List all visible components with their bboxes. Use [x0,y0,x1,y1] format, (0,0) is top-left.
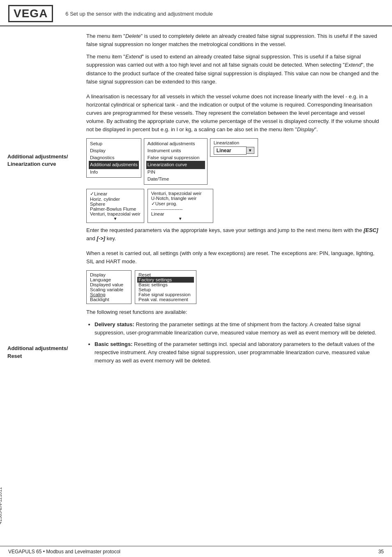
page-footer: VEGAPULS 65 • Modbus and Levelmaster pro… [0,546,392,557]
lin-item-venturi: Venturi, trapezoidal weir [90,211,141,216]
menu-box-left: Setup Display Diagnostics Additional adj… [86,138,141,178]
menu-item-display: Display [90,147,138,154]
reset-peak: Peak val. measurement [138,297,193,302]
extend-italic1: Extend [125,53,142,60]
sub-linear: Linear [151,211,210,216]
display-italic: Display [297,126,315,132]
reset-setup: Setup [138,287,193,292]
reset-left-menu: Display Language Displayed value Scaling… [86,270,131,304]
footer-product-label: VEGAPULS 65 • Modbus and Levelmaster pro… [8,549,120,555]
submenu-item-instrument: Instrument units [148,147,204,154]
dropdown-row: Linear ▼ [214,146,254,155]
lin-item-sphere: Sphere [90,202,141,207]
delivery-label: Delivery status: [95,321,134,327]
page-header: VEGA 6 Set up the sensor with the indica… [0,0,392,26]
para-reset: When a reset is carried out, all setting… [86,249,380,266]
sub-venturi: Venturi, trapezoidal weir [151,191,210,196]
reset-backlight: Backlight [90,297,128,302]
menu-item-setup: Setup [90,140,138,147]
menu-item-info: Info [90,169,138,176]
sub-u-notch: U-Notch, triangle weir [151,196,210,201]
section3-label: Additional adjustments/ Reset [7,345,75,360]
reset-bullet-list: Delivery status: Restoring the parameter… [95,320,380,365]
arrow-label: [->] [97,235,105,241]
bullet-basic: Basic settings: Resetting of the paramet… [95,340,380,365]
linearization-list: ✓Linear Horiz. cylinder Sphere Palmer-Bo… [86,189,144,223]
lin-label: Linearization [214,140,254,145]
lin-item-palmer: Palmer-Bowlus Flume [90,207,141,211]
sub-down-arrow: ▼ [151,216,210,221]
delete-italic: Delete [125,33,141,39]
lin-down-arrow: ▼ [90,216,141,221]
footer-page-number: 35 [378,549,384,555]
reset-diagram: Display Language Displayed value Scaling… [86,270,380,304]
left-margin: Additional adjustments/ Linearization cu… [0,26,82,371]
submenu-box-middle: Additional adjustments Instrument units … [144,138,208,185]
para-enter-params: Enter the requested parameters via the a… [86,226,380,243]
header-title: 6 Set up the sensor with the indicating … [65,11,212,17]
section2-block: A linearisation is necessary for all ves… [86,93,380,243]
reset-display: Display [90,272,128,277]
reset-false-signal: False signal suppression [138,292,193,297]
para-linearization: A linearisation is necessary for all ves… [86,93,380,134]
submenu-item-additional: Additional adjustments [148,140,204,147]
menu-item-additional: Additional adjustments [90,161,138,169]
lin-item-linear: ✓Linear [90,191,141,197]
lin-item-horiz: Horiz. cylinder [90,197,141,202]
submenu-item-linearization: Linearization curve [148,161,204,169]
reset-displayed-value: Displayed value [90,282,128,287]
reset-scaling: Scaling [90,292,128,297]
reset-basic: Basic settings [138,282,193,287]
bullet-delivery: Delivery status: Restoring the parameter… [95,320,380,337]
para-reset-functions: The following reset functions are availa… [86,308,380,316]
dropdown-value: Linear [214,146,247,155]
linearization-box: Linearization Linear ▼ [210,138,258,157]
extend-italic2: Extend [345,62,361,68]
reset-right-menu: Reset Factory settings Basic settings Se… [135,270,196,304]
diagram2: ✓Linear Horiz. cylinder Sphere Palmer-Bo… [86,189,380,223]
basic-label: Basic settings: [95,341,132,347]
diagram1: Setup Display Diagnostics Additional adj… [86,138,380,185]
reset-factory: Factory settings [138,277,193,283]
reset-language: Language [90,277,128,282]
sub-user: ✓User prog. [151,201,210,207]
section2-label: Additional adjustments/ Linearization cu… [7,153,75,168]
submenu-item-date: Date/Time [148,176,204,183]
submenu-item-pin: PIN [148,169,204,176]
para-extend: The menu item "Extend" is used to extend… [86,53,380,86]
section3-block: When a reset is carried out, all setting… [86,249,380,365]
submenu-item-false: False signal suppression [148,154,204,161]
sub-separator: -------------------- [151,207,210,211]
para-delete: The menu item "Delete" is used to comple… [86,32,380,49]
linearization-submenu: Venturi, trapezoidal weir U-Notch, trian… [148,189,213,223]
reset-scaling-variable: Scaling variable [90,287,128,292]
vega-logo: VEGA [8,5,53,22]
dropdown-arrow-icon[interactable]: ▼ [247,147,254,154]
esc-label: [ESC] [364,227,378,233]
vertical-doc-id: 41365-EN-121011 [0,487,2,524]
section1-block: The menu item "Delete" is used to comple… [86,32,380,86]
menu-item-diagnostics: Diagnostics [90,154,138,161]
main-content: The menu item "Delete" is used to comple… [82,26,392,371]
